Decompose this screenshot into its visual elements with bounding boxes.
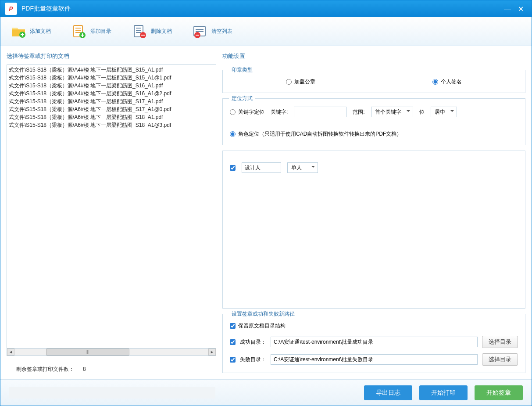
- file-list-item[interactable]: 式文件\S15-S18（梁板）源\A4#楼 地下一层板配筋图_S15_A1.pd…: [9, 66, 214, 74]
- path-legend: 设置签章成功和失败新路径: [229, 310, 297, 318]
- start-sign-button[interactable]: 开始签章: [475, 385, 523, 400]
- left-panel: 选择待签章或打印的文档 式文件\S15-S18（梁板）源\A4#楼 地下一层板配…: [7, 52, 216, 373]
- signer-mode-select[interactable]: 单人: [287, 162, 318, 173]
- scroll-thumb[interactable]: [46, 349, 129, 356]
- file-list-item[interactable]: 式文件\S15-S18（梁板）源\A6#楼 地下一层梁配筋图_S18_A1.pd…: [9, 113, 214, 121]
- footer: 导出日志 开始打印 开始签章: [0, 379, 532, 406]
- content: 选择待签章或打印的文档 式文件\S15-S18（梁板）源\A4#楼 地下一层板配…: [0, 46, 532, 379]
- seal-type-legend: 印章类型: [229, 66, 255, 74]
- settings-title: 功能设置: [222, 52, 525, 60]
- close-button[interactable]: ✕: [514, 4, 527, 14]
- file-list[interactable]: 式文件\S15-S18（梁板）源\A4#楼 地下一层板配筋图_S15_A1.pd…: [7, 65, 216, 349]
- range-label: 范围:: [353, 108, 364, 116]
- export-log-button[interactable]: 导出日志: [364, 385, 412, 400]
- keep-structure-checkbox[interactable]: 保留原文档目录结构: [230, 322, 286, 330]
- pos-label: 位: [419, 108, 425, 116]
- locate-legend: 定位方式: [229, 95, 255, 102]
- file-list-item[interactable]: 式文件\S15-S18（梁板）源\A4#楼 地下一层板配筋图_S15_A1@1.…: [9, 74, 214, 82]
- add-file-button[interactable]: 添加文档: [7, 21, 54, 42]
- fail-dir-checkbox[interactable]: [230, 357, 236, 363]
- personal-sign-radio[interactable]: 个人签名: [432, 78, 462, 86]
- toolbar-label: 清空列表: [211, 28, 232, 35]
- keyword-input[interactable]: [294, 107, 346, 117]
- file-list-item[interactable]: 式文件\S15-S18（梁板）源\A4#楼 地下一层梁配筋图_S16_A1.pd…: [9, 82, 214, 90]
- fail-dir-input[interactable]: [271, 354, 478, 365]
- file-list-item[interactable]: 式文件\S15-S18（梁板）源\A6#楼 地下一层板配筋图_S17_A1@0.…: [9, 105, 214, 113]
- right-panel: 功能设置 印章类型 加盖公章 个人签名 定位方式: [222, 52, 525, 373]
- range-select[interactable]: 首个关键字: [371, 107, 413, 117]
- choose-fail-dir-button[interactable]: 选择目录: [482, 353, 518, 366]
- designer-checkbox[interactable]: [230, 165, 236, 171]
- success-dir-checkbox[interactable]: [230, 339, 236, 345]
- success-dir-label: 成功目录：: [240, 338, 266, 346]
- scroll-right-arrow-icon[interactable]: ►: [208, 349, 216, 356]
- keyword-locate-radio[interactable]: 关键字定位: [230, 108, 264, 116]
- clear-list-button[interactable]: 清空列表: [189, 21, 236, 42]
- signer-group: 单人: [222, 151, 525, 309]
- document-plus-icon: [71, 24, 87, 40]
- add-folder-button[interactable]: 添加目录: [68, 21, 115, 42]
- success-dir-input[interactable]: [271, 337, 478, 347]
- file-list-item[interactable]: 式文件\S15-S18（梁板）源\A6#楼 地下一层板配筋图_S17_A1.pd…: [9, 97, 214, 105]
- scroll-track[interactable]: [14, 349, 208, 356]
- document-delete-icon: [132, 24, 147, 40]
- locate-method-group: 定位方式 关键字定位 关键字: 范围: 首个关键字 位 居中: [222, 98, 525, 145]
- file-list-title: 选择待签章或打印的文档: [7, 52, 216, 60]
- toolbar-label: 添加目录: [90, 28, 111, 35]
- remaining-count-row: 剩余签章或打印文件数： 8: [7, 366, 216, 373]
- seal-type-group: 印章类型 加盖公章 个人签名: [222, 70, 525, 93]
- path-group: 设置签章成功和失败新路径 保留原文档目录结构 成功目录： 选择目录 失败目录：: [222, 314, 525, 373]
- choose-success-dir-button[interactable]: 选择目录: [482, 336, 518, 348]
- scroll-left-arrow-icon[interactable]: ◄: [7, 349, 14, 356]
- progress-placeholder: [9, 387, 215, 399]
- toolbar-label: 删除文档: [151, 28, 172, 35]
- file-list-hscrollbar[interactable]: ◄ ►: [7, 349, 216, 356]
- remaining-count-value: 8: [83, 366, 99, 373]
- toolbar: 添加文档 添加目录 删除文档 清空列表: [0, 17, 532, 46]
- minimize-button[interactable]: —: [501, 4, 514, 14]
- app-title: PDF批量签章软件: [21, 5, 501, 13]
- toolbar-label: 添加文档: [30, 28, 51, 35]
- file-list-item[interactable]: 式文件\S15-S18（梁板）源\A4#楼 地下一层梁配筋图_S16_A1@2.…: [9, 90, 214, 97]
- delete-file-button[interactable]: 删除文档: [128, 21, 175, 42]
- pos-select[interactable]: 居中: [431, 107, 457, 117]
- role-locate-radio[interactable]: 角色定位（只适用于使用CAD自动拆图转换软件转换出来的PDF文档）: [230, 130, 402, 138]
- titlebar: P PDF批量签章软件 — ✕: [0, 0, 532, 17]
- designer-role-input[interactable]: [242, 162, 281, 173]
- remaining-count-label: 剩余签章或打印文件数：: [16, 366, 74, 373]
- list-clear-icon: [192, 24, 208, 40]
- start-print-button[interactable]: 开始打印: [419, 385, 468, 400]
- app-window: P PDF批量签章软件 — ✕ 添加文档 添加目录 删除文档: [0, 0, 532, 406]
- official-seal-radio[interactable]: 加盖公章: [286, 78, 315, 86]
- file-list-item[interactable]: 式文件\S15-S18（梁板）源\A6#楼 地下一层梁配筋图_S18_A1@3.…: [9, 121, 214, 129]
- keyword-field-label: 关键字:: [271, 108, 288, 116]
- fail-dir-label: 失败目录：: [240, 356, 266, 363]
- app-logo-icon: P: [5, 3, 17, 15]
- folder-plus-icon: [11, 24, 26, 40]
